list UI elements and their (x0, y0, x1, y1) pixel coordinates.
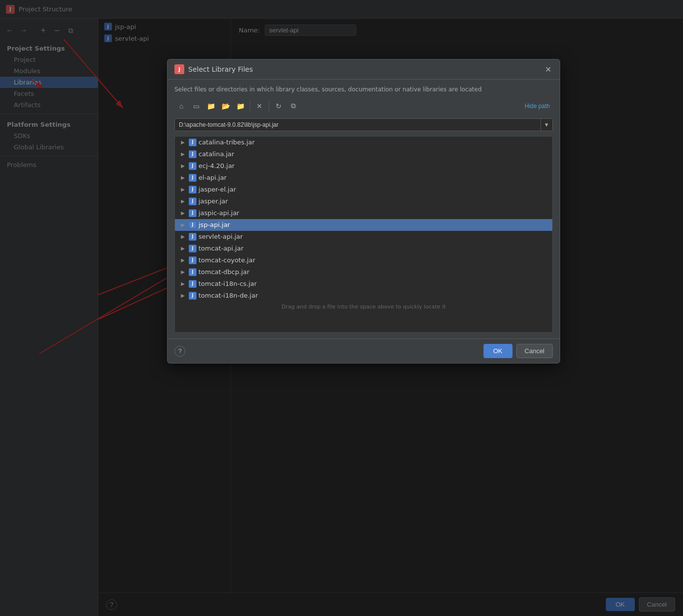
tree-chevron-11: ▶ (179, 256, 187, 264)
tree-item-label-14: tomcat-i18n-de.jar (199, 292, 258, 299)
desktop-button[interactable]: ▭ (189, 100, 203, 112)
tree-item-label-4: el-api.jar (199, 174, 227, 181)
tree-item-tomcat-dbcp[interactable]: ▶ J tomcat-dbcp.jar (175, 266, 552, 278)
jar-icon-5: J (189, 186, 197, 194)
tree-chevron-10: ▶ (179, 245, 187, 252)
copy-path-button[interactable]: ⧉ (286, 100, 300, 112)
tree-chevron-12: ▶ (179, 268, 187, 276)
tree-chevron: ▶ (179, 139, 187, 146)
dialog-title-bar: J Select Library Files ✕ (168, 59, 560, 80)
tree-item-tomcat-api[interactable]: ▶ J tomcat-api.jar (175, 243, 552, 254)
up-folder-button[interactable]: 📂 (219, 100, 232, 112)
clear-button[interactable]: ✕ (253, 100, 266, 112)
tree-item-label-7: jaspic-api.jar (199, 209, 239, 217)
jar-icon-13: J (189, 280, 197, 288)
tree-chevron-4: ▶ (179, 174, 187, 182)
create-folder-button[interactable]: 📁 (233, 100, 247, 112)
tree-item-label-11: tomcat-coyote.jar (199, 256, 256, 264)
tree-item-label-3: ecj-4.20.jar (199, 162, 234, 169)
dialog-ok-button[interactable]: OK (484, 344, 512, 358)
dialog-title-text: Select Library Files (188, 65, 539, 73)
dialog-cancel-button[interactable]: Cancel (516, 344, 553, 358)
jar-icon-3: J (189, 162, 197, 170)
tree-chevron-6: ▶ (179, 197, 187, 205)
tree-item-label-9: servlet-api.jar (199, 233, 243, 240)
tree-chevron-14: ▶ (179, 292, 187, 300)
tree-item-label: catalina-tribes.jar (199, 139, 255, 146)
dialog-overlay: J Select Library Files ✕ Select files or… (0, 0, 683, 616)
home-button[interactable]: ⌂ (174, 100, 188, 112)
tree-item-jsp-api[interactable]: ▶ J jsp-api.jar (175, 219, 552, 231)
jar-icon-12: J (189, 268, 197, 276)
jar-icon-8: J (189, 221, 197, 229)
tree-item-jasper[interactable]: ▶ J jasper.jar (175, 196, 552, 207)
jar-icon-11: J (189, 256, 197, 264)
tree-item-label-2: catalina.jar (199, 150, 234, 158)
tree-chevron-5: ▶ (179, 186, 187, 194)
dialog-description: Select files or directories in which lib… (174, 85, 553, 94)
tree-chevron-13: ▶ (179, 280, 187, 288)
tree-item-label-6: jasper.jar (199, 197, 228, 205)
toolbar-separator-2 (269, 101, 269, 111)
tree-item-label-8: jsp-api.jar (199, 221, 230, 228)
tree-item-label-10: tomcat-api.jar (199, 245, 244, 252)
path-input[interactable] (175, 119, 541, 130)
tree-item-tomcat-i18n-de[interactable]: ▶ J tomcat-i18n-de.jar (175, 290, 552, 302)
jar-icon-14: J (189, 292, 197, 300)
tree-chevron-9: ▶ (179, 233, 187, 241)
tree-chevron-7: ▶ (179, 209, 187, 217)
dialog-body: Select files or directories in which lib… (168, 80, 560, 338)
path-bar: ▾ (174, 118, 553, 131)
tree-item-jasper-el[interactable]: ▶ J jasper-el.jar (175, 184, 552, 196)
drag-drop-hint: Drag and drop a file into the space abov… (175, 302, 552, 312)
tree-chevron-2: ▶ (179, 150, 187, 158)
tree-chevron-3: ▶ (179, 162, 187, 170)
jar-icon: J (189, 139, 197, 146)
dialog-bottom-right: OK Cancel (484, 344, 553, 358)
select-library-dialog: J Select Library Files ✕ Select files or… (167, 59, 560, 364)
dialog-toolbar: ⌂ ▭ 📁 📂 📁 ✕ ↻ ⧉ Hide path (174, 99, 553, 113)
tree-item-catalina-tribes[interactable]: ▶ J catalina-tribes.jar (175, 137, 552, 148)
tree-item-jaspic-api[interactable]: ▶ J jaspic-api.jar (175, 207, 552, 219)
tree-item-label-13: tomcat-i18n-cs.jar (199, 280, 257, 287)
dialog-bottom: ? OK Cancel (168, 338, 560, 363)
jar-icon-9: J (189, 233, 197, 241)
dialog-icon: J (174, 64, 184, 74)
tree-chevron-8: ▶ (179, 221, 187, 229)
dialog-help-button[interactable]: ? (174, 346, 185, 357)
jar-icon-2: J (189, 150, 197, 158)
tree-item-label-5: jasper-el.jar (199, 186, 236, 193)
jar-icon-4: J (189, 174, 197, 182)
jar-icon-6: J (189, 197, 197, 205)
new-folder-button[interactable]: 📁 (204, 100, 218, 112)
refresh-button[interactable]: ↻ (272, 100, 285, 112)
dialog-close-button[interactable]: ✕ (543, 64, 553, 74)
tree-item-tomcat-i18n-cs[interactable]: ▶ J tomcat-i18n-cs.jar (175, 278, 552, 290)
tree-item-el-api[interactable]: ▶ J el-api.jar (175, 172, 552, 184)
hide-path-button[interactable]: Hide path (522, 102, 553, 111)
jar-icon-7: J (189, 209, 197, 217)
tree-item-catalina[interactable]: ▶ J catalina.jar (175, 148, 552, 160)
file-tree: ▶ J catalina-tribes.jar ▶ J catalina.jar… (174, 136, 553, 333)
jar-icon-10: J (189, 245, 197, 252)
path-dropdown-button[interactable]: ▾ (541, 119, 552, 131)
tree-item-tomcat-coyote[interactable]: ▶ J tomcat-coyote.jar (175, 254, 552, 266)
tree-item-ecj[interactable]: ▶ J ecj-4.20.jar (175, 160, 552, 172)
tree-item-servlet-api[interactable]: ▶ J servlet-api.jar (175, 231, 552, 243)
toolbar-separator (250, 101, 250, 111)
tree-item-label-12: tomcat-dbcp.jar (199, 268, 250, 276)
